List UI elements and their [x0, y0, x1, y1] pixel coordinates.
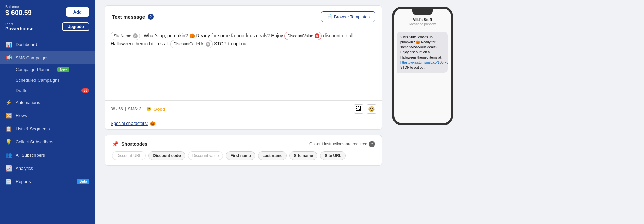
sidebar-item-label: Collect Subscribers — [16, 139, 53, 144]
special-chars-link[interactable]: Special characters: — [111, 121, 148, 126]
remove-discount-value-button[interactable]: ✕ — [315, 33, 319, 38]
bubble-link: https://vikisstuff.smsb.co/100fF3 — [400, 61, 448, 64]
shortcode-label: Discount URL — [116, 153, 141, 158]
beta-badge: Beta — [77, 179, 89, 184]
plan-name: Powerhouse — [5, 26, 33, 31]
opt-out-label: Opt-out instructions are required ? — [309, 141, 375, 147]
shortcode-label: Last name — [262, 153, 282, 158]
sidebar-item-all-subscribers[interactable]: 👥 All Subscribers — [0, 149, 95, 162]
shortcode-label: Site URL — [325, 153, 341, 158]
sidebar-item-collect-subscribers[interactable]: 💡 Collect Subscribers — [0, 135, 95, 149]
balance-section: Balance $ 600.59 Add — [5, 5, 89, 19]
sidebar-item-flows[interactable]: 🔀 Flows — [0, 109, 95, 122]
help-icon[interactable]: ? — [148, 14, 154, 20]
shortcode-first-name[interactable]: First name — [226, 151, 255, 160]
form-panel: Text message ? 📄 Browse Templates SiteNa… — [105, 0, 382, 217]
shortcode-site-url[interactable]: Site URL — [320, 151, 346, 160]
sidebar-item-analytics[interactable]: 📈 Analytics — [0, 162, 95, 175]
shortcodes-title: 📌 Shortcodes — [112, 141, 147, 147]
flows-icon: 🔀 — [5, 112, 12, 119]
shortcode-label: Site name — [294, 153, 313, 158]
phone-messages: Viki's Stuff: What's up, pumpkin? 🎃 Read… — [394, 28, 451, 123]
message-text-1: : What's up, pumpkin? 🎃 Ready for some f… — [141, 33, 285, 38]
discount-value-tag[interactable]: DiscountValue ✕ — [284, 32, 322, 40]
balance-info: Balance $ 600.59 — [5, 5, 32, 19]
shortcode-discount-value[interactable]: Discount value — [188, 151, 223, 160]
sidebar-item-label: Campaign Planner — [16, 67, 52, 72]
pin-icon: 📌 — [112, 141, 119, 147]
main-content: Text message ? 📄 Browse Templates SiteNa… — [95, 0, 644, 224]
message-editor[interactable]: SiteName ✕ : What's up, pumpkin? 🎃 Ready… — [105, 26, 382, 101]
sidebar-item-scheduled-campaigns[interactable]: Scheduled Campaigns — [16, 75, 95, 85]
bubble-end: STOP to opt out — [400, 66, 424, 69]
sms-count: SMS: 3 — [128, 107, 141, 111]
editor-footer: 38 / 66 | SMS: 3 | 😊 Good 🖼 😊 — [105, 101, 382, 117]
emoji-button[interactable]: 😊 — [367, 104, 376, 114]
phone-preview: Viki's Stuff Message preview Viki's Stuf… — [389, 0, 456, 217]
divider-1: | — [125, 107, 126, 111]
add-button[interactable]: Add — [66, 7, 89, 17]
balance-label: Balance — [5, 5, 32, 9]
shortcode-site-name[interactable]: Site name — [289, 151, 317, 160]
sidebar-item-label: Scheduled Campaigns — [16, 77, 60, 83]
shortcode-last-name[interactable]: Last name — [258, 151, 287, 160]
shortcode-discount-code[interactable]: Discount code — [148, 151, 185, 160]
shortcode-label: First name — [230, 153, 251, 158]
sidebar-item-label: SMS Campaigns — [16, 55, 49, 60]
phone-preview-label: Message preview — [394, 22, 451, 28]
sidebar-item-label: Reports — [16, 179, 31, 184]
plan-label: Plan — [5, 22, 33, 26]
image-button[interactable]: 🖼 — [354, 104, 363, 114]
text-message-card: Text message ? 📄 Browse Templates SiteNa… — [105, 5, 382, 130]
sidebar-item-drafts[interactable]: Drafts 53 — [16, 85, 95, 96]
remove-site-name-button[interactable]: ✕ — [133, 33, 138, 38]
sidebar-top: Balance $ 600.59 Add Plan Powerhouse Upg… — [0, 0, 95, 35]
char-count: 38 / 66 — [111, 107, 123, 111]
sidebar-item-sms-campaigns[interactable]: 📢 SMS Campaigns — [0, 51, 95, 64]
sidebar-item-dashboard[interactable]: 📊 Dashboard — [0, 38, 95, 51]
sentiment-label: Good — [153, 107, 165, 112]
phone-notch — [412, 9, 433, 15]
sidebar-item-lists-segments[interactable]: 📋 Lists & Segments — [0, 122, 95, 135]
balance-amount: $ 600.59 — [5, 9, 32, 17]
bubble-text: Viki's Stuff: What's up, pumpkin? 🎃 Read… — [400, 35, 442, 59]
collect-subscribers-icon: 💡 — [5, 139, 12, 145]
sidebar-item-label: All Subscribers — [16, 153, 45, 158]
analytics-icon: 📈 — [5, 165, 12, 172]
sentiment-icon: 😊 — [146, 107, 151, 111]
card-header: Text message ? 📄 Browse Templates — [105, 6, 382, 26]
sub-nav: Campaign Planner New Scheduled Campaigns… — [0, 64, 95, 96]
drafts-badge: 53 — [81, 88, 89, 93]
site-name-tag[interactable]: SiteName ✕ — [111, 32, 140, 40]
browse-label: Browse Templates — [334, 14, 370, 19]
upgrade-button[interactable]: Upgrade — [62, 22, 89, 31]
sidebar: Balance $ 600.59 Add Plan Powerhouse Upg… — [0, 0, 95, 224]
lists-icon: 📋 — [5, 126, 12, 132]
tag-label: DiscountValue — [287, 32, 313, 39]
card-title-text: Text message — [112, 14, 145, 20]
discount-code-url-tag[interactable]: DiscountCodeUrl ✕ — [170, 40, 213, 48]
special-chars-emoji: 🎃 — [150, 121, 156, 126]
shortcode-label: Discount value — [192, 153, 219, 158]
tag-label: DiscountCodeUrl — [173, 41, 204, 47]
special-chars: Special characters: 🎃 — [105, 117, 382, 129]
reports-icon: 📄 — [5, 178, 12, 185]
browse-templates-button[interactable]: 📄 Browse Templates — [321, 11, 375, 22]
sidebar-item-campaign-planner[interactable]: Campaign Planner New — [16, 64, 95, 75]
phone-sender: Viki's Stuff — [394, 15, 451, 22]
sms-campaigns-icon: 📢 — [5, 54, 12, 61]
opt-out-text: Opt-out instructions are required — [309, 142, 367, 147]
sidebar-item-label: Analytics — [16, 166, 33, 171]
message-bubble: Viki's Stuff: What's up, pumpkin? 🎃 Read… — [397, 32, 448, 73]
opt-out-help-icon[interactable]: ? — [369, 141, 375, 147]
phone-frame: Viki's Stuff Message preview Viki's Stuf… — [392, 7, 453, 125]
sidebar-item-label: Automations — [16, 100, 40, 105]
remove-discount-url-button[interactable]: ✕ — [206, 42, 210, 47]
plan-row: Plan Powerhouse Upgrade — [5, 22, 89, 31]
shortcode-discount-url[interactable]: Discount URL — [112, 151, 146, 160]
sidebar-item-reports[interactable]: 📄 Reports Beta — [0, 175, 95, 188]
shortcode-tags: Discount URL Discount code Discount valu… — [112, 151, 375, 160]
sidebar-item-automations[interactable]: ⚡ Automations — [0, 96, 95, 109]
browse-icon: 📄 — [326, 14, 332, 19]
plan-info: Plan Powerhouse — [5, 22, 33, 31]
